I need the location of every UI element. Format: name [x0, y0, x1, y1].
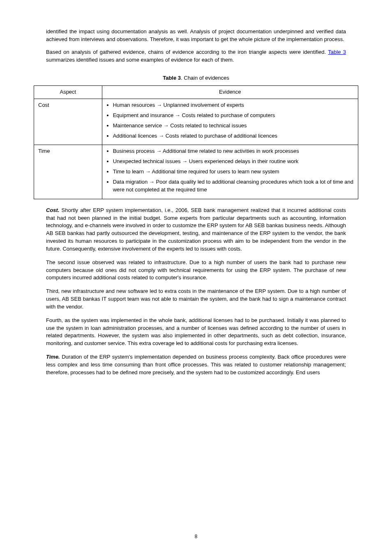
- consequence-text: Users experienced delays in their routin…: [189, 158, 299, 164]
- consequence-text: Additional time required for users to le…: [152, 168, 279, 175]
- issue-text: Data migration: [113, 179, 148, 185]
- consequence-text: Costs related to technical issues: [170, 122, 247, 129]
- issue-text: Time to learn: [113, 168, 144, 175]
- evidence-time: Business process → Additional time relat…: [102, 145, 358, 199]
- list-item: Business process → Additional time relat…: [113, 147, 354, 155]
- table-caption: Table 3. Chain of evidences: [34, 74, 358, 82]
- arrow-icon: →: [145, 168, 151, 175]
- body-paragraph-2: The second issue observed was related to…: [46, 259, 346, 282]
- arrow-icon: →: [182, 158, 187, 164]
- page-footer: 8: [0, 533, 392, 540]
- issue-text: Human resources: [113, 102, 155, 108]
- table-caption-text: . Chain of evidences: [181, 75, 229, 81]
- list-item: Equipment and insurance → Costs related …: [113, 112, 354, 120]
- intro-p2-before: Based on analysis of gathered evidence, …: [46, 49, 328, 55]
- list-item: Maintenance service → Costs related to t…: [113, 122, 354, 130]
- table-row: Cost Human resources → Unplanned involve…: [34, 99, 358, 145]
- list-item: Human resources → Unplanned involvement …: [113, 101, 354, 109]
- intro-p2-after: summarizes identified issues and some ex…: [46, 57, 234, 63]
- body-paragraph-3: Third, new infrastructure and new softwa…: [46, 288, 346, 311]
- arrow-icon: →: [149, 179, 154, 185]
- issue-text: Equipment and insurance: [113, 112, 173, 118]
- body-paragraph-4: Fourth, as the system was implemented in…: [46, 317, 346, 348]
- consequence-text: Costs related to purchase of additional …: [166, 133, 277, 139]
- body-paragraph-cost: Cost. Shortly after ERP system implement…: [46, 207, 346, 253]
- intro-section: identified the impact using documentatio…: [34, 28, 358, 64]
- list-item: Unexpected technical issues → Users expe…: [113, 158, 354, 166]
- aspect-time: Time: [34, 145, 102, 199]
- table-3-link[interactable]: Table 3: [328, 49, 346, 55]
- body-paragraph-time: Time. Duration of the ERP system's imple…: [46, 353, 346, 377]
- consequence-text: Costs related to purchase of computers: [182, 112, 275, 118]
- list-item: Time to learn → Additional time required…: [113, 168, 354, 176]
- arrow-icon: →: [159, 133, 164, 139]
- table-row: Time Business process → Additional time …: [34, 145, 358, 199]
- table-header-row: Aspect Evidence: [34, 86, 358, 99]
- evidence-table: Aspect Evidence Cost Human resources → U…: [34, 85, 358, 199]
- issue-text: Maintenance service: [113, 122, 162, 129]
- consequence-text: Unplanned involvement of experts: [164, 102, 244, 108]
- issue-text: Business process: [113, 148, 155, 154]
- body-section: Cost. Shortly after ERP system implement…: [34, 207, 358, 377]
- intro-paragraph-2: Based on analysis of gathered evidence, …: [46, 48, 346, 64]
- consequence-text: Additional time related to new activitie…: [163, 148, 299, 154]
- arrow-icon: →: [157, 102, 162, 108]
- page-number: 8: [195, 534, 198, 539]
- arrow-icon: →: [156, 148, 161, 154]
- header-aspect: Aspect: [34, 86, 102, 99]
- header-evidence: Evidence: [102, 86, 358, 99]
- cost-label: Cost.: [46, 207, 60, 213]
- arrow-icon: →: [164, 122, 169, 129]
- arrow-icon: →: [175, 112, 180, 118]
- list-item: Additional licences → Costs related to p…: [113, 132, 354, 140]
- issue-text: Additional licences: [113, 133, 157, 139]
- issue-text: Unexpected technical issues: [113, 158, 181, 164]
- intro-paragraph-1: identified the impact using documentatio…: [46, 28, 346, 44]
- table-caption-label: Table 3: [163, 75, 181, 81]
- list-item: Data migration → Poor data quality led t…: [113, 178, 354, 194]
- aspect-cost: Cost: [34, 99, 102, 145]
- cost-text: Shortly after ERP system implementation,…: [46, 207, 346, 252]
- time-text: Duration of the ERP system's implementat…: [46, 354, 346, 375]
- evidence-cost: Human resources → Unplanned involvement …: [102, 99, 358, 145]
- time-label: Time.: [46, 354, 60, 360]
